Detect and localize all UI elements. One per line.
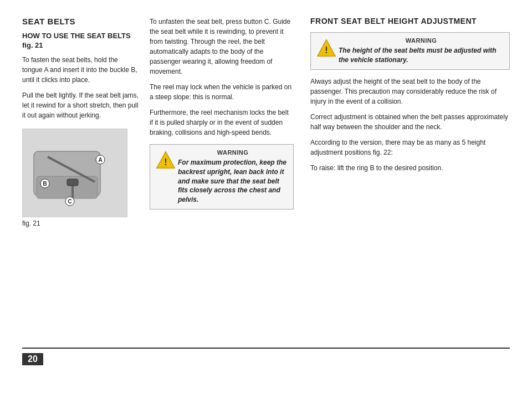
svg-text:B: B xyxy=(43,181,47,187)
column-3: FRONT SEAT BELT HEIGHT ADJUSTMENT ! WARN… xyxy=(305,17,510,342)
column-1: SEAT BELTS HOW TO USE THE SEAT BELTS fig… xyxy=(22,17,150,342)
col3-warning-box: ! WARNING The height of the seat belts m… xyxy=(310,32,510,70)
col2-para3: Furthermore, the reel mechanism locks th… xyxy=(150,108,294,137)
section-title: SEAT BELTS xyxy=(22,17,139,26)
col2-warning-title: WARNING xyxy=(178,149,288,156)
svg-text:!: ! xyxy=(325,45,328,55)
col3-warning-content: WARNING The height of the seat belts mus… xyxy=(339,37,504,65)
svg-text:A: A xyxy=(98,157,102,163)
footer-line xyxy=(43,359,510,360)
col3-para4: To raise: lift the ring B to the desired… xyxy=(310,163,510,173)
belt-svg: B A C F0X0052m xyxy=(23,129,127,217)
col2-warning-box: ! WARNING For maximum protection, keep t… xyxy=(150,144,294,210)
col3-para2: Correct adjustment is obtained when the … xyxy=(310,112,510,132)
footer: 20 xyxy=(22,348,510,365)
col1-para1: To fasten the seat belts, hold the tongu… xyxy=(22,55,139,85)
col3-title: FRONT SEAT BELT HEIGHT ADJUSTMENT xyxy=(310,17,510,25)
col1-para2: Pull the belt lightly. If the seat belt … xyxy=(22,90,139,120)
page-number: 20 xyxy=(22,353,43,365)
col3-para1: Always adjust the height of the seat bel… xyxy=(310,76,510,106)
svg-text:!: ! xyxy=(164,157,167,167)
page: SEAT BELTS HOW TO USE THE SEAT BELTS fig… xyxy=(0,0,532,393)
col2-para2: The reel may lock when the vehicle is pa… xyxy=(150,82,294,102)
svg-rect-5 xyxy=(67,179,78,186)
warning-icon-col3: ! xyxy=(316,38,334,56)
col2-para1: To unfasten the seat belt, press button … xyxy=(150,17,294,76)
col3-warning-title: WARNING xyxy=(339,37,504,44)
col3-para3: According to the version, there may be a… xyxy=(310,137,510,157)
warning-icon-col2: ! xyxy=(156,150,173,168)
fig-label: fig. 21 xyxy=(22,220,139,227)
col3-warning-text: The height of the seat belts must be adj… xyxy=(339,46,504,65)
col2-warning-text: For maximum protection, keep the backres… xyxy=(178,158,288,205)
sub-title: HOW TO USE THE SEAT BELTS fig. 21 xyxy=(22,32,139,50)
svg-text:C: C xyxy=(68,198,71,205)
figure-21-image: B A C F0X0052m xyxy=(22,129,127,217)
col2-warning-content: WARNING For maximum protection, keep the… xyxy=(178,149,288,205)
content-area: SEAT BELTS HOW TO USE THE SEAT BELTS fig… xyxy=(22,17,510,342)
column-2: To unfasten the seat belt, press button … xyxy=(150,17,305,342)
